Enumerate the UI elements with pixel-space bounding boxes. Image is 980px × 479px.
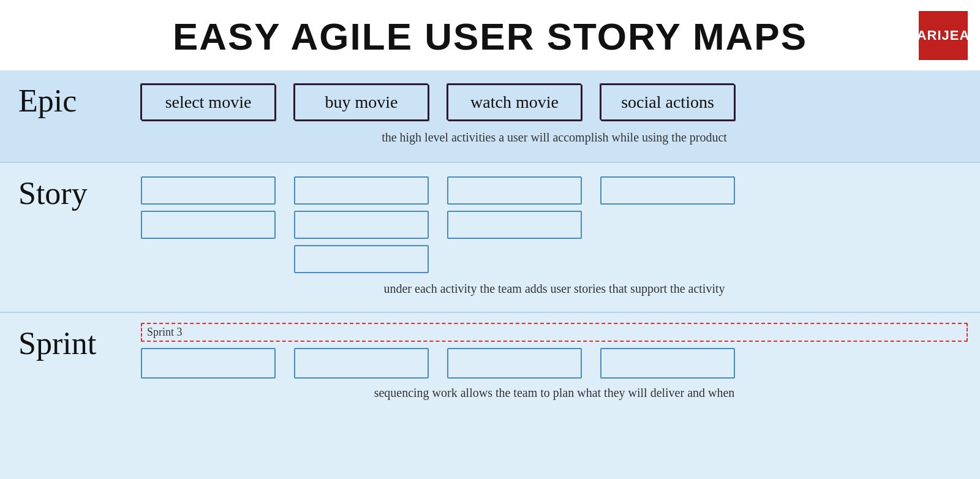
story-card-4-1	[600, 176, 735, 205]
epic-description: the high level activities a user will ac…	[141, 127, 968, 151]
story-cards-row	[141, 173, 968, 273]
story-column-4	[600, 176, 735, 273]
sprint-card-1	[141, 348, 276, 379]
epic-cards-row: select movie buy movie watch movie socia…	[141, 80, 968, 121]
story-card-1-2	[141, 211, 276, 239]
epic-card-2: buy movie	[294, 84, 429, 121]
story-card-3-1	[447, 176, 582, 205]
sprint-band-label: Sprint 3	[147, 326, 183, 338]
epic-section: Epic select movie buy movie watch movie …	[0, 70, 980, 162]
sprint-card-4	[600, 348, 735, 379]
story-content: under each activity the team adds user s…	[141, 163, 980, 307]
story-section: Story	[0, 163, 980, 312]
sprint-card-3	[447, 348, 582, 379]
sprint-description: sequencing work allows the team to plan …	[141, 379, 968, 405]
logo-text: ARIJEA	[917, 28, 970, 43]
epic-content: select movie buy movie watch movie socia…	[141, 70, 980, 156]
sprint-cards-row	[141, 345, 968, 379]
story-column-2	[294, 176, 429, 273]
story-card-2-3	[294, 245, 429, 273]
main-content: Epic select movie buy movie watch movie …	[0, 70, 980, 479]
sprint-content: Sprint 3 sequencing work allows the team…	[141, 313, 980, 410]
logo-badge: ARIJEA	[919, 11, 968, 60]
story-label: Story	[0, 163, 141, 211]
story-column-3	[447, 176, 582, 273]
epic-card-3: watch movie	[447, 84, 582, 121]
sprint-band-wrapper: Sprint 3	[141, 323, 968, 342]
header: EASY AGILE USER STORY MAPS ARIJEA	[0, 0, 980, 70]
story-card-1-1	[141, 176, 276, 205]
story-card-2-2	[294, 211, 429, 239]
sprint-card-2	[294, 348, 429, 379]
story-card-3-2	[447, 211, 582, 239]
epic-card-1: select movie	[141, 84, 276, 121]
sprint-label: Sprint	[0, 313, 141, 361]
epic-label: Epic	[0, 70, 141, 119]
page-title: EASY AGILE USER STORY MAPS	[173, 15, 807, 58]
epic-card-4: social actions	[600, 84, 735, 121]
story-column-1	[141, 176, 276, 273]
story-card-2-1	[294, 176, 429, 205]
story-description: under each activity the team adds user s…	[141, 277, 968, 302]
sprint-section: Sprint Sprint 3 sequencing work allows t…	[0, 313, 980, 479]
